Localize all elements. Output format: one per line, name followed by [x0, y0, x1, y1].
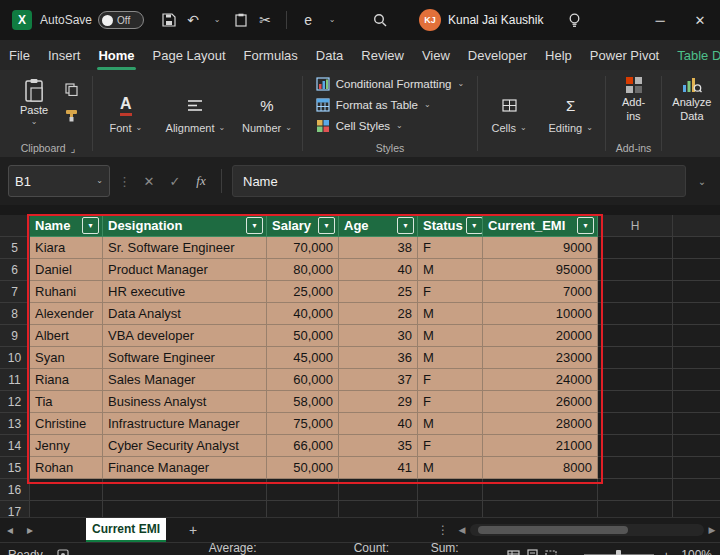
cell-filler-7[interactable] — [673, 281, 720, 303]
ribbon-group-font[interactable]: A Font⌄ — [95, 70, 157, 157]
format-painter-button[interactable] — [60, 104, 82, 126]
cell-designation-15[interactable]: Finance Manager — [103, 457, 267, 479]
cell-name-8[interactable]: Alexender — [30, 303, 103, 325]
cell-age-8[interactable]: 28 — [339, 303, 418, 325]
row-header-7[interactable]: 7 — [0, 281, 30, 303]
search-button[interactable] — [369, 7, 391, 33]
scrollbar-thumb[interactable] — [478, 526, 628, 534]
conditional-formatting-button[interactable]: Conditional Formatting ⌄ — [313, 75, 467, 93]
cell-name-15[interactable]: Rohan — [30, 457, 103, 479]
cell-age-10[interactable]: 36 — [339, 347, 418, 369]
undo-button[interactable]: ↶ — [182, 7, 204, 33]
cell-designation-14[interactable]: Cyber Security Analyst — [103, 435, 267, 457]
formula-bar-drag-handle[interactable]: ⋮ — [116, 174, 133, 189]
cell-filler-13[interactable] — [673, 413, 720, 435]
cell-status-11[interactable]: F — [418, 369, 483, 391]
zoom-in-button[interactable]: + — [660, 548, 672, 555]
new-sheet-button[interactable]: + — [180, 518, 206, 542]
cell-current_emi-5[interactable]: 9000 — [483, 237, 598, 259]
tab-developer[interactable]: Developer — [459, 40, 536, 70]
cell-empty[interactable] — [267, 479, 339, 501]
filter-button[interactable]: ▾ — [318, 217, 335, 234]
cell-salary-13[interactable]: 75,000 — [267, 413, 339, 435]
ideas-button[interactable] — [563, 7, 585, 33]
column-header-h[interactable]: H — [598, 215, 673, 237]
cell-name-5[interactable]: Kiara — [30, 237, 103, 259]
tab-home[interactable]: Home — [89, 40, 143, 70]
cell-salary-12[interactable]: 58,000 — [267, 391, 339, 413]
cell-designation-11[interactable]: Sales Manager — [103, 369, 267, 391]
cell-filler-12[interactable] — [673, 391, 720, 413]
cell-status-5[interactable]: F — [418, 237, 483, 259]
addins-button[interactable]: Add-ins — [608, 70, 659, 124]
column-header-name[interactable]: Name▾ — [30, 215, 103, 237]
cell-name-11[interactable]: Riana — [30, 369, 103, 391]
cell-empty[interactable] — [339, 479, 418, 501]
sheet-tab-current-emi[interactable]: Current EMI — [86, 518, 166, 542]
cell-h-15[interactable] — [598, 457, 673, 479]
cell-name-7[interactable]: Ruhani — [30, 281, 103, 303]
filter-button[interactable]: ▾ — [397, 217, 414, 234]
cell-filler-11[interactable] — [673, 369, 720, 391]
cell-designation-7[interactable]: HR executive — [103, 281, 267, 303]
page-break-view-icon[interactable] — [545, 550, 557, 555]
filter-button[interactable]: ▾ — [246, 217, 263, 234]
cell-h-5[interactable] — [598, 237, 673, 259]
cell-empty[interactable] — [418, 479, 483, 501]
cell-h-9[interactable] — [598, 325, 673, 347]
cell-empty[interactable] — [673, 479, 720, 501]
normal-view-icon[interactable] — [507, 550, 520, 555]
cell-current_emi-15[interactable]: 8000 — [483, 457, 598, 479]
select-all-corner[interactable] — [0, 215, 30, 237]
cell-designation-6[interactable]: Product Manager — [103, 259, 267, 281]
cell-filler-6[interactable] — [673, 259, 720, 281]
minimize-button[interactable]: ─ — [640, 0, 680, 40]
cell-filler-14[interactable] — [673, 435, 720, 457]
name-box[interactable]: B1 ⌄ — [8, 165, 110, 197]
cell-designation-13[interactable]: Infrastructure Manager — [103, 413, 267, 435]
cell-h-8[interactable] — [598, 303, 673, 325]
format-as-table-button[interactable]: Format as Table ⌄ — [313, 96, 467, 114]
cell-empty[interactable] — [483, 501, 598, 517]
cell-empty[interactable] — [673, 501, 720, 517]
account-button[interactable]: KJ Kunal Jai Kaushik — [419, 9, 543, 31]
cell-h-7[interactable] — [598, 281, 673, 303]
cell-salary-5[interactable]: 70,000 — [267, 237, 339, 259]
zoom-slider-thumb[interactable] — [616, 550, 621, 555]
paste-quick-button[interactable] — [230, 7, 252, 33]
cell-age-7[interactable]: 25 — [339, 281, 418, 303]
ribbon-group-cells[interactable]: Cells⌄ — [480, 70, 538, 157]
cell-name-9[interactable]: Albert — [30, 325, 103, 347]
formula-input[interactable]: Name — [232, 165, 686, 197]
cell-designation-9[interactable]: VBA developer — [103, 325, 267, 347]
row-header-6[interactable]: 6 — [0, 259, 30, 281]
cell-age-15[interactable]: 41 — [339, 457, 418, 479]
cell-age-5[interactable]: 38 — [339, 237, 418, 259]
cell-empty[interactable] — [598, 501, 673, 517]
qat-customize-chevron-icon[interactable]: ⌄ — [321, 7, 343, 33]
save-button[interactable] — [158, 7, 180, 33]
cell-current_emi-9[interactable]: 20000 — [483, 325, 598, 347]
cell-empty[interactable] — [418, 501, 483, 517]
cut-button[interactable]: ✂ — [254, 7, 276, 33]
cell-salary-14[interactable]: 66,000 — [267, 435, 339, 457]
addin-quick-button[interactable]: e — [297, 7, 319, 33]
sheet-nav-right-icon[interactable]: ▸ — [20, 518, 40, 542]
cell-salary-11[interactable]: 60,000 — [267, 369, 339, 391]
autosave-toggle[interactable]: Off — [98, 11, 144, 29]
cell-current_emi-14[interactable]: 21000 — [483, 435, 598, 457]
cell-status-13[interactable]: M — [418, 413, 483, 435]
cell-salary-7[interactable]: 25,000 — [267, 281, 339, 303]
ribbon-group-editing[interactable]: Σ Editing⌄ — [538, 70, 603, 157]
formula-bar-expand-chevron-icon[interactable]: ⌄ — [692, 168, 712, 194]
cell-filler-10[interactable] — [673, 347, 720, 369]
column-header-status[interactable]: Status▾ — [418, 215, 483, 237]
cell-age-11[interactable]: 37 — [339, 369, 418, 391]
cell-age-13[interactable]: 40 — [339, 413, 418, 435]
clipboard-dialog-launcher-icon[interactable]: ⌟ — [71, 142, 76, 154]
cell-h-13[interactable] — [598, 413, 673, 435]
zoom-out-button[interactable]: − — [566, 548, 578, 555]
cell-current_emi-13[interactable]: 28000 — [483, 413, 598, 435]
copy-button[interactable] — [60, 78, 82, 100]
column-header-salary[interactable]: Salary▾ — [267, 215, 339, 237]
